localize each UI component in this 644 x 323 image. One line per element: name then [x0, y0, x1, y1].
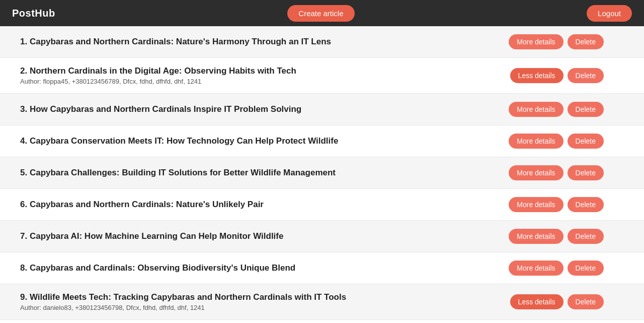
article-title: 3. How Capybaras and Northern Cardinals …	[20, 104, 499, 114]
article-actions: More detailsDelete	[509, 165, 604, 180]
article-content: 3. How Capybaras and Northern Cardinals …	[20, 104, 509, 114]
article-row: 8. Capybaras and Cardinals: Observing Bi…	[0, 252, 644, 284]
article-row: 1. Capybaras and Northern Cardinals: Nat…	[0, 26, 644, 58]
article-content: 8. Capybaras and Cardinals: Observing Bi…	[20, 263, 509, 273]
delete-button[interactable]: Delete	[568, 134, 604, 149]
article-title: 9. Wildlife Meets Tech: Tracking Capybar…	[20, 292, 500, 302]
article-actions: More detailsDelete	[509, 261, 604, 276]
less-details-button[interactable]: Less details	[510, 68, 564, 83]
more-details-button[interactable]: More details	[509, 34, 563, 49]
delete-button[interactable]: Delete	[568, 102, 604, 117]
article-row: 5. Capybara Challenges: Building IT Solu…	[0, 157, 644, 189]
delete-button[interactable]: Delete	[568, 34, 604, 49]
article-content: 1. Capybaras and Northern Cardinals: Nat…	[20, 37, 509, 47]
delete-button[interactable]: Delete	[568, 165, 604, 180]
article-title: 1. Capybaras and Northern Cardinals: Nat…	[20, 37, 499, 47]
more-details-button[interactable]: More details	[509, 134, 563, 149]
article-row: 6. Capybaras and Northern Cardinals: Nat…	[0, 189, 644, 221]
article-content: 4. Capybara Conservation Meets IT: How T…	[20, 136, 509, 146]
less-details-button[interactable]: Less details	[510, 294, 564, 309]
article-row: 9. Wildlife Meets Tech: Tracking Capybar…	[0, 284, 644, 320]
article-title: 7. Capybara AI: How Machine Learning Can…	[20, 231, 499, 241]
article-row: 10. Cardinal Chatter: Using IT to Decode…	[0, 320, 644, 323]
article-title: 6. Capybaras and Northern Cardinals: Nat…	[20, 200, 499, 210]
articles-list: 1. Capybaras and Northern Cardinals: Nat…	[0, 26, 644, 323]
article-title: 5. Capybara Challenges: Building IT Solu…	[20, 168, 499, 178]
article-actions: More detailsDelete	[509, 102, 604, 117]
create-article-button[interactable]: Create article	[287, 5, 354, 22]
article-actions: More detailsDelete	[509, 229, 604, 244]
more-details-button[interactable]: More details	[509, 261, 563, 276]
delete-button[interactable]: Delete	[568, 68, 604, 83]
article-actions: Less detailsDelete	[510, 294, 604, 309]
delete-button[interactable]: Delete	[568, 294, 604, 309]
article-row: 3. How Capybaras and Northern Cardinals …	[0, 94, 644, 125]
app-header: PostHub Create article Logout	[0, 0, 644, 26]
article-content: 7. Capybara AI: How Machine Learning Can…	[20, 231, 509, 241]
article-author: Author: danielo83, +380123456798, Dfcx, …	[20, 304, 500, 311]
article-row: 2. Northern Cardinals in the Digital Age…	[0, 58, 644, 94]
article-content: 2. Northern Cardinals in the Digital Age…	[20, 66, 510, 85]
article-actions: More detailsDelete	[509, 197, 604, 212]
article-row: 7. Capybara AI: How Machine Learning Can…	[0, 221, 644, 252]
logout-button[interactable]: Logout	[587, 5, 632, 22]
article-content: 5. Capybara Challenges: Building IT Solu…	[20, 168, 509, 178]
delete-button[interactable]: Delete	[568, 261, 604, 276]
article-author: Author: floppa45, +380123456789, Dfcx, f…	[20, 78, 500, 85]
article-content: 6. Capybaras and Northern Cardinals: Nat…	[20, 200, 509, 210]
more-details-button[interactable]: More details	[509, 229, 563, 244]
more-details-button[interactable]: More details	[509, 197, 563, 212]
delete-button[interactable]: Delete	[568, 229, 604, 244]
article-title: 8. Capybaras and Cardinals: Observing Bi…	[20, 263, 499, 273]
article-actions: More detailsDelete	[509, 34, 604, 49]
article-actions: Less detailsDelete	[510, 68, 604, 83]
app-logo: PostHub	[12, 8, 55, 19]
more-details-button[interactable]: More details	[509, 165, 563, 180]
article-row: 4. Capybara Conservation Meets IT: How T…	[0, 125, 644, 157]
article-content: 9. Wildlife Meets Tech: Tracking Capybar…	[20, 292, 510, 311]
more-details-button[interactable]: More details	[509, 102, 563, 117]
article-actions: More detailsDelete	[509, 134, 604, 149]
article-title: 2. Northern Cardinals in the Digital Age…	[20, 66, 500, 76]
delete-button[interactable]: Delete	[568, 197, 604, 212]
article-title: 4. Capybara Conservation Meets IT: How T…	[20, 136, 499, 146]
